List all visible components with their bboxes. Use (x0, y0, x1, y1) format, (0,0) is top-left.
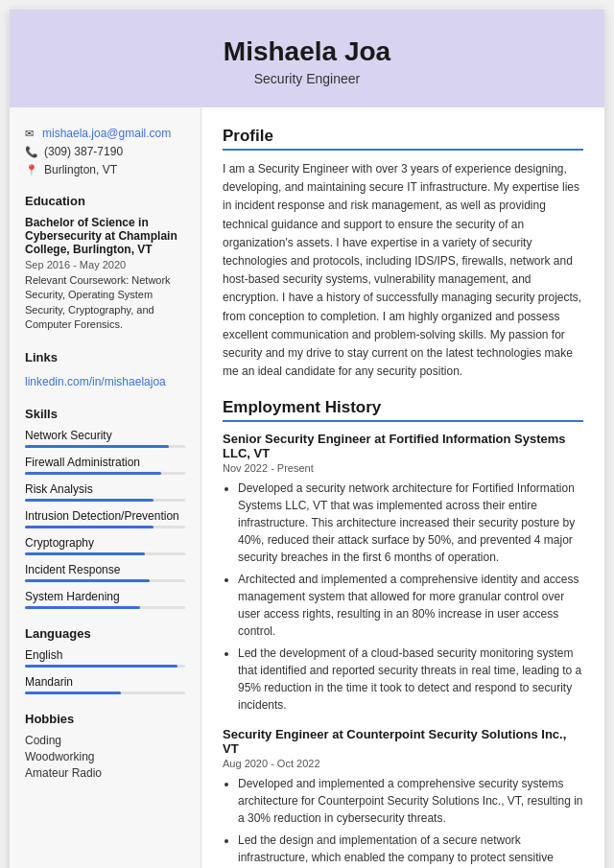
skill-item: Risk Analysis (25, 482, 185, 502)
candidate-name: Mishaela Joa (29, 36, 585, 67)
location-text: Burlington, VT (44, 163, 117, 176)
skill-name: Incident Response (25, 563, 185, 576)
skill-bar-fill (25, 526, 154, 528)
job-bullet: Architected and implemented a comprehens… (238, 571, 583, 640)
linkedin-item: linkedin.com/in/mishaelajoa (25, 372, 185, 389)
profile-heading: Profile (223, 127, 583, 151)
education-section: Education Bachelor of Science in Cyberse… (25, 194, 185, 333)
lang-bar-bg (25, 692, 185, 694)
job-item: Security Engineer at Counterpoint Securi… (223, 727, 583, 868)
location-icon: 📍 (25, 164, 38, 176)
skill-item: Incident Response (25, 563, 185, 582)
education-heading: Education (25, 194, 185, 208)
edu-dates: Sep 2016 - May 2020 (25, 259, 185, 270)
skill-bar-bg (25, 526, 185, 528)
skill-bar-fill (25, 606, 140, 609)
language-item: Mandarin (25, 675, 185, 694)
skill-name: System Hardening (25, 590, 185, 603)
skill-bar-fill (25, 579, 150, 582)
body: ✉ mishaela.joa@gmail.com 📞 (309) 387-719… (10, 107, 604, 868)
profile-text: I am a Security Engineer with over 3 yea… (223, 160, 583, 381)
job-title: Senior Security Engineer at Fortified In… (223, 432, 583, 460)
skill-bar-bg (25, 579, 185, 582)
edu-degree: Bachelor of Science in Cybersecurity at … (25, 216, 185, 256)
candidate-title: Security Engineer (29, 71, 585, 86)
hobby-item: Amateur Radio (25, 766, 185, 780)
skill-item: Intrusion Detection/Prevention (25, 509, 185, 528)
skill-bar-bg (25, 445, 185, 448)
skill-bar-bg (25, 606, 185, 609)
skill-bar-fill (25, 499, 154, 502)
phone-item: 📞 (309) 387-7190 (25, 145, 185, 158)
hobby-item: Coding (25, 734, 185, 747)
skill-bar-fill (25, 472, 161, 475)
employment-section: Employment History Senior Security Engin… (223, 398, 583, 868)
languages-list: English Mandarin (25, 648, 185, 694)
lang-name: English (25, 648, 185, 662)
links-section: Links linkedin.com/in/mishaelajoa (25, 350, 185, 389)
sidebar: ✉ mishaela.joa@gmail.com 📞 (309) 387-719… (10, 107, 201, 868)
skill-name: Firewall Administration (25, 456, 185, 469)
languages-heading: Languages (25, 626, 185, 641)
email-link[interactable]: mishaela.joa@gmail.com (42, 127, 171, 140)
job-title: Security Engineer at Counterpoint Securi… (223, 727, 583, 756)
main-content: Profile I am a Security Engineer with ov… (201, 107, 604, 868)
edu-coursework: Relevant Coursework: Network Security, O… (25, 273, 185, 333)
skill-bar-bg (25, 499, 185, 502)
languages-section: Languages English Mandarin (25, 626, 185, 694)
profile-section: Profile I am a Security Engineer with ov… (223, 127, 583, 381)
skill-item: Firewall Administration (25, 456, 185, 475)
skill-name: Cryptography (25, 536, 185, 550)
hobbies-heading: Hobbies (25, 712, 185, 726)
hobbies-list: CodingWoodworkingAmateur Radio (25, 734, 185, 780)
skill-name: Risk Analysis (25, 482, 185, 496)
job-bullets: Developed and implemented a comprehensiv… (223, 775, 583, 868)
skill-bar-bg (25, 552, 185, 555)
job-date: Nov 2022 - Present (223, 462, 583, 474)
skill-bar-fill (25, 552, 145, 555)
header: Mishaela Joa Security Engineer (10, 10, 604, 107)
skills-heading: Skills (25, 407, 185, 421)
linkedin-link[interactable]: linkedin.com/in/mishaelajoa (25, 375, 166, 388)
skills-list: Network Security Firewall Administration… (25, 429, 185, 609)
resume-wrapper: Mishaela Joa Security Engineer ✉ mishael… (10, 10, 604, 868)
job-bullet: Developed and implemented a comprehensiv… (238, 775, 583, 827)
location-item: 📍 Burlington, VT (25, 163, 185, 176)
skill-name: Network Security (25, 429, 185, 442)
job-bullet: Led the design and implementation of a s… (238, 832, 583, 868)
links-heading: Links (25, 350, 185, 364)
contact-section: ✉ mishaela.joa@gmail.com 📞 (309) 387-719… (25, 127, 185, 176)
phone-icon: 📞 (25, 146, 38, 158)
jobs-list: Senior Security Engineer at Fortified In… (223, 432, 583, 868)
lang-bar-bg (25, 665, 185, 668)
skill-item: System Hardening (25, 590, 185, 609)
skill-item: Network Security (25, 429, 185, 448)
skills-section: Skills Network Security Firewall Adminis… (25, 407, 185, 609)
lang-name: Mandarin (25, 675, 185, 689)
language-item: English (25, 648, 185, 668)
skill-bar-fill (25, 445, 169, 448)
job-item: Senior Security Engineer at Fortified In… (223, 432, 583, 714)
lang-bar-fill (25, 692, 121, 694)
hobbies-section: Hobbies CodingWoodworkingAmateur Radio (25, 712, 185, 780)
email-icon: ✉ (25, 128, 36, 140)
lang-bar-fill (25, 665, 177, 668)
job-date: Aug 2020 - Oct 2022 (223, 758, 583, 769)
job-bullet: Developed a security network architectur… (238, 480, 583, 566)
employment-heading: Employment History (223, 398, 583, 422)
skill-bar-bg (25, 472, 185, 475)
skill-name: Intrusion Detection/Prevention (25, 509, 185, 523)
job-bullet: Led the development of a cloud-based sec… (238, 645, 583, 714)
phone-text: (309) 387-7190 (44, 145, 123, 158)
job-bullets: Developed a security network architectur… (223, 480, 583, 714)
email-item: ✉ mishaela.joa@gmail.com (25, 127, 185, 140)
hobby-item: Woodworking (25, 750, 185, 763)
skill-item: Cryptography (25, 536, 185, 555)
